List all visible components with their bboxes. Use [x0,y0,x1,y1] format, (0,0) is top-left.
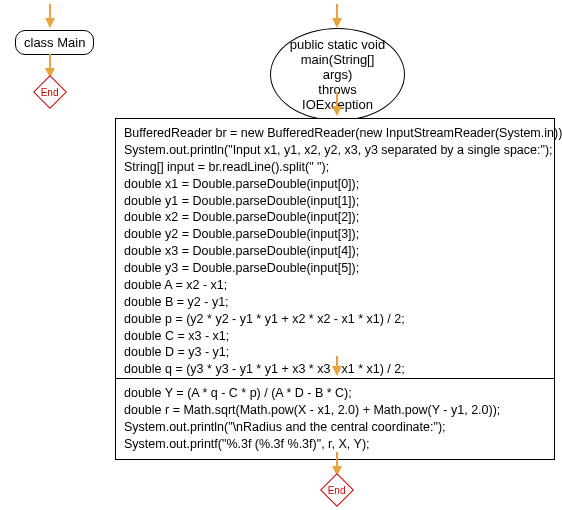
arrow-down-icon [332,366,342,376]
arrow-down-icon [45,18,55,28]
code-block-2-text: double Y = (A * q - C * p) / (A * D - B … [124,386,500,451]
code-block-1: BufferedReader br = new BufferedReader(n… [115,118,555,402]
end-label-right: End [328,484,346,495]
arrow-down-icon [332,18,342,28]
connector-line [49,54,51,68]
method-line2: main(String[] args) [289,52,386,82]
end-diamond-right: End [320,473,354,507]
connector-line [49,4,51,18]
code-block-1-text: BufferedReader br = new BufferedReader(n… [124,126,562,393]
class-main-node: class Main [15,30,94,55]
class-main-label: class Main [24,35,85,50]
method-line1: public static void [289,37,386,52]
end-diamond-left: End [33,75,67,109]
connector-line [336,452,338,466]
arrow-down-icon [332,106,342,116]
end-label-left: End [41,86,59,97]
connector-line [336,92,338,106]
connector-line [336,4,338,18]
code-block-2: double Y = (A * q - C * p) / (A * D - B … [115,378,555,460]
connector-line [336,356,338,366]
